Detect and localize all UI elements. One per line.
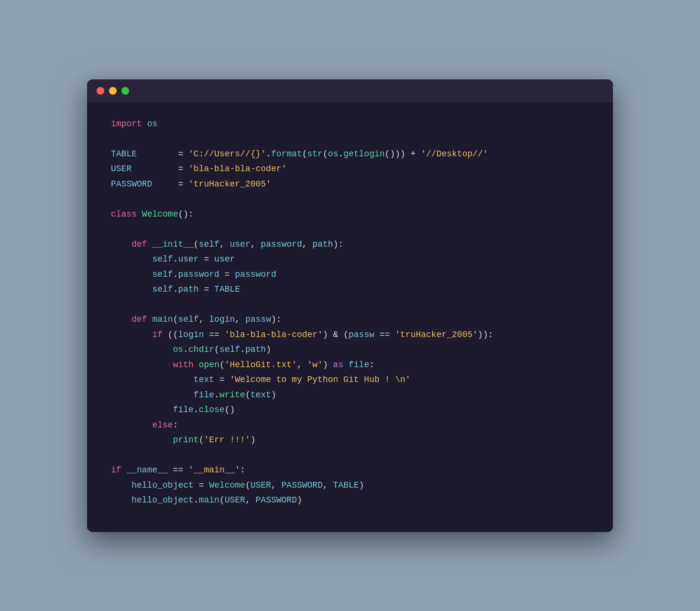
code-line-19: file.write(text) bbox=[111, 388, 589, 403]
code-line-10: self.user = user bbox=[111, 252, 589, 267]
code-line-22: print('Err !!!') bbox=[111, 433, 589, 448]
code-line-20: file.close() bbox=[111, 403, 589, 418]
code-line-25: hello_object = Welcome(USER, PASSWORD, T… bbox=[111, 478, 589, 493]
code-line-21: else: bbox=[111, 418, 589, 433]
code-line-3: TABLE = 'C://Users//{}'.format(str(os.ge… bbox=[111, 147, 589, 162]
code-editor[interactable]: import os TABLE = 'C://Users//{}'.format… bbox=[87, 102, 613, 532]
code-line-17: with open('HelloGit.txt', 'w') as file: bbox=[111, 358, 589, 373]
code-line-24: if __name__ == '__main__': bbox=[111, 463, 589, 478]
code-line-26: hello_object.main(USER, PASSWORD) bbox=[111, 493, 589, 508]
code-line-5: PASSWORD = 'truHacker_2005' bbox=[111, 177, 589, 192]
code-line-blank-3 bbox=[111, 222, 589, 237]
code-line-18: text = 'Welcome to my Python Git Hub ! \… bbox=[111, 372, 589, 388]
code-line-blank-2 bbox=[111, 192, 589, 207]
code-line-14: def main(self, login, passw): bbox=[111, 312, 589, 327]
code-line-blank-4 bbox=[111, 297, 589, 313]
code-line-4: USER = 'bla-bla-bla-coder' bbox=[111, 162, 589, 177]
code-line-blank-1 bbox=[111, 131, 589, 147]
code-line-7: class Welcome(): bbox=[111, 207, 589, 222]
code-line-15: if ((login == 'bla-bla-bla-coder') & (pa… bbox=[111, 327, 589, 343]
minimize-button[interactable] bbox=[109, 87, 117, 95]
title-bar bbox=[87, 79, 613, 102]
code-line-11: self.password = password bbox=[111, 267, 589, 283]
code-line-12: self.path = TABLE bbox=[111, 282, 589, 297]
code-window: import os TABLE = 'C://Users//{}'.format… bbox=[87, 79, 613, 532]
code-line-16: os.chdir(self.path) bbox=[111, 342, 589, 358]
maximize-button[interactable] bbox=[121, 87, 129, 95]
code-line-blank-5 bbox=[111, 448, 589, 463]
close-button[interactable] bbox=[97, 87, 104, 95]
code-line-1: import os bbox=[111, 117, 589, 132]
code-line-9: def __init__(self, user, password, path)… bbox=[111, 237, 589, 252]
